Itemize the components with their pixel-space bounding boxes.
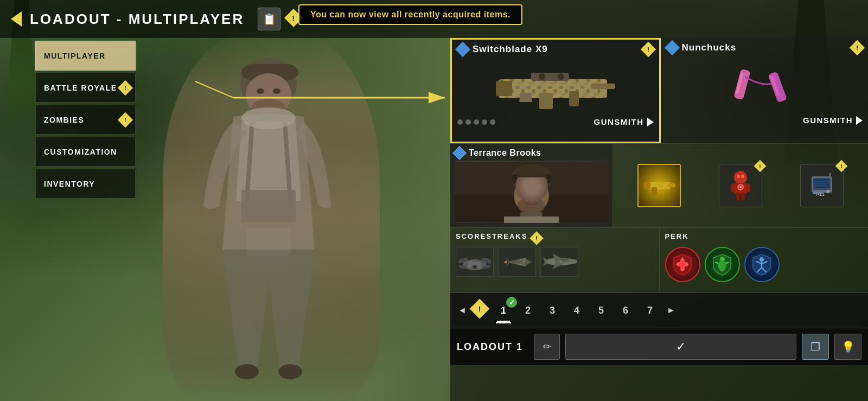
svg-rect-19: [496, 81, 512, 96]
loadout-slot-6-label: 6: [623, 305, 628, 316]
svg-point-50: [734, 171, 747, 184]
sidebar-item-battle-royale[interactable]: BATTLE ROYALE: [35, 73, 136, 103]
perk-1-icon: [671, 252, 695, 277]
operator-face: [455, 161, 608, 223]
svg-rect-52: [731, 184, 735, 192]
equipment-item-3[interactable]: T-21: [800, 164, 844, 207]
svg-point-12: [278, 364, 302, 379]
sidebar-zombies-label: ZOMBIES: [44, 116, 84, 124]
loadout-info-button[interactable]: 💡: [834, 334, 861, 360]
loadout-prev-button[interactable]: ◄: [455, 303, 470, 318]
svg-point-10: [241, 107, 296, 129]
operator-row: Terrance Brooks: [450, 144, 868, 228]
perk-items: [665, 247, 863, 282]
svg-rect-45: [504, 217, 559, 223]
svg-rect-48: [644, 182, 650, 189]
loadout-slot-4-label: 4: [574, 305, 579, 316]
loadout-numbers-row: ◄ ! 1 ✓ 2 3 4 5 6 7 ►: [450, 293, 868, 328]
loadout-name: LOADOUT 1: [457, 341, 523, 353]
sidebar-customization-label: CUSTOMIZATION: [44, 148, 117, 156]
notepad-button[interactable]: 📋: [258, 8, 280, 30]
loadout-bottom-row: LOADOUT 1 ✏ ✓ ❐ 💡: [450, 328, 868, 365]
operator-face-area: [455, 161, 608, 223]
notepad-icon: 📋: [263, 12, 276, 26]
sidebar-item-customization[interactable]: CUSTOMIZATION: [35, 137, 136, 167]
loadout-slot-3[interactable]: 3: [541, 300, 563, 321]
loadout-slot-4[interactable]: 4: [566, 300, 588, 321]
dot-4: [482, 119, 487, 125]
loadout-confirm-button[interactable]: ✓: [565, 334, 796, 360]
weapon-primary-image: [457, 58, 654, 117]
back-arrow-icon: [11, 11, 22, 27]
perk-3-icon: [750, 252, 774, 277]
loadout-next-button[interactable]: ►: [663, 303, 679, 318]
svg-rect-8: [241, 190, 296, 222]
scorestreaks-section: SCORESTREAKS: [450, 228, 660, 292]
nunchucks-svg: [721, 61, 808, 110]
svg-rect-68: [813, 192, 824, 194]
weapon-card-primary[interactable]: Switchblade X9: [450, 38, 661, 143]
dot-5: [490, 119, 495, 125]
streak-item-missile[interactable]: [498, 247, 536, 277]
loadout-slot-5-label: 5: [598, 305, 604, 316]
gunsmith-primary-button[interactable]: GUNSMITH: [594, 117, 654, 126]
sidebar: MULTIPLAYER BATTLE ROYALE ZOMBIES CUSTOM…: [35, 41, 136, 201]
svg-point-43: [528, 197, 534, 201]
back-button[interactable]: [11, 11, 22, 27]
svg-point-81: [560, 258, 569, 262]
loadout-slot-6[interactable]: 6: [615, 300, 636, 321]
weapon-primary-diamond-icon: [455, 42, 470, 57]
sidebar-inventory-label: INVENTORY: [44, 180, 95, 188]
sidebar-item-zombies[interactable]: ZOMBIES: [35, 105, 136, 135]
perks-header: PERK: [665, 232, 863, 244]
weapons-row: Switchblade X9: [450, 38, 868, 144]
svg-point-24: [558, 73, 564, 80]
perk-2-icon: [710, 252, 735, 277]
operator-diamond-icon: [452, 146, 466, 160]
missile-icon: [502, 251, 532, 273]
loadout-copy-button[interactable]: ❐: [802, 334, 829, 360]
svg-rect-20: [539, 93, 553, 109]
loadout-edit-button[interactable]: ✏: [534, 334, 560, 360]
loadout-slot-1[interactable]: 1 ✓: [493, 300, 514, 321]
operator-card[interactable]: Terrance Brooks: [450, 144, 613, 227]
notification-text: You can now view all recently acquired i…: [310, 10, 510, 19]
weapon-secondary-diamond-icon: [664, 40, 679, 55]
perk-item-1[interactable]: [665, 247, 700, 282]
perk-item-2[interactable]: [705, 247, 740, 282]
scorestreaks-header: SCORESTREAKS: [456, 232, 654, 244]
gunsmith-secondary-button[interactable]: GUNSMITH: [803, 116, 863, 125]
weapon-primary-name: Switchblade X9: [473, 44, 548, 55]
weapon-secondary-name: Nunchucks: [682, 42, 737, 53]
sidebar-item-multiplayer[interactable]: MULTIPLAYER: [35, 41, 136, 71]
dot-1: [457, 119, 463, 125]
streak-item-drone[interactable]: [456, 247, 494, 277]
equipment-3-warning-icon: [835, 160, 848, 173]
weapon-card-secondary[interactable]: Nunchucks: [661, 38, 869, 143]
svg-point-4: [257, 88, 264, 94]
main-panel: Switchblade X9: [450, 38, 868, 401]
weapon-dots: [457, 119, 495, 125]
loadout-slot-2[interactable]: 2: [517, 300, 539, 321]
operator-equipment-items: T-21: [613, 144, 868, 227]
character-svg: [163, 33, 380, 401]
battle-royale-warning-icon: [118, 80, 133, 95]
notification-banner: You can now view all recently acquired i…: [298, 4, 522, 25]
loadout-slot-5[interactable]: 5: [590, 300, 612, 321]
scorestreaks-warning-icon: [530, 231, 544, 245]
streak-item-plane[interactable]: [540, 247, 578, 277]
equipment-item-3-icon: T-21: [807, 171, 837, 201]
loadout-slot-7[interactable]: 7: [639, 300, 661, 321]
sidebar-item-inventory[interactable]: INVENTORY: [35, 169, 136, 199]
loadout-active-indicator: [496, 322, 511, 323]
header-bar: LOADOUT - MULTIPLAYER 📋 You can now view…: [0, 0, 868, 38]
perks-label: PERK: [665, 232, 689, 240]
weapon-secondary-warning-icon: [850, 40, 865, 55]
streaks-items: [456, 247, 654, 277]
equipment-item-1[interactable]: [637, 164, 681, 207]
svg-rect-54: [736, 193, 740, 200]
equipment-item-2-icon: [724, 169, 757, 202]
perk-item-3[interactable]: [744, 247, 780, 282]
equipment-item-2[interactable]: [719, 164, 762, 207]
loadout-warning-text: !: [478, 305, 481, 313]
